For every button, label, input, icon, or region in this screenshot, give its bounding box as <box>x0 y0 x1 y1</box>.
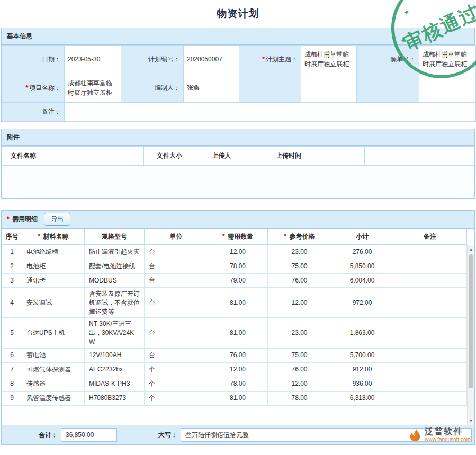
flame-icon <box>408 427 422 441</box>
remark-value <box>65 103 476 122</box>
detail-cell-unit: 台 <box>145 259 208 274</box>
detail-cell-price: 23.00 <box>268 318 331 348</box>
detail-cell-spec: MIDAS-K-PH3 <box>85 377 145 391</box>
detail-cell-subtotal: 276.00 <box>331 245 393 259</box>
detail-header-bar: * 需用明细 导出 <box>2 211 474 229</box>
attachments-panel: 附件 文件名称 文件大小 上传人 上传时间 <box>1 129 475 199</box>
basic-info-panel: 基本信息 日期： 2023-05-30 计划编号： 2020050007 *计划… <box>1 28 475 122</box>
attachment-col-empty <box>365 147 419 166</box>
creator-value: 张鑫 <box>184 74 239 103</box>
detail-cell-unit: 个 <box>145 377 208 391</box>
attachments-header-row: 文件名称 文件大小 上传人 上传时间 <box>2 147 474 166</box>
detail-cell-spec: 配套/电池连接线 <box>85 259 145 274</box>
detail-cell-unit: 台 <box>145 245 208 259</box>
project-value: 成都杜甫草堂临时展厅独立展柜 <box>65 74 121 103</box>
detail-cell-qty: 78.00 <box>208 377 268 391</box>
scroll-thumb[interactable] <box>469 254 473 388</box>
required-marker: * <box>25 84 28 92</box>
col-header-remark: 备注 <box>393 229 467 245</box>
col-header-qty: * 需用数量 <box>208 229 268 245</box>
subject-label: *计划主题： <box>239 46 301 74</box>
attachment-col-uploadtime: 上传时间 <box>248 147 329 166</box>
detail-cell-unit: 个 <box>145 391 208 405</box>
detail-cell-spec: MODBUS <box>85 274 145 288</box>
detail-cell-subtotal: 5,700.00 <box>331 348 393 362</box>
detail-cell-name: 蓄电池 <box>22 348 85 362</box>
detail-cell-price: 12.00 <box>268 377 331 391</box>
detail-cell-no: 5 <box>2 318 22 348</box>
detail-cell-unit: 台 <box>145 318 208 348</box>
required-marker: * <box>262 56 265 63</box>
source-label: 源单号： <box>357 46 419 74</box>
detail-cell-no: 8 <box>2 377 22 391</box>
remark-label: 备注： <box>2 103 65 122</box>
detail-footer: 合计： 36,850.00 大写： 叁万陆仟捌佰伍拾元整 泛普软件 www.fa… <box>2 425 474 444</box>
col-header-no: 序号 <box>2 229 22 245</box>
export-button[interactable]: 导出 <box>44 213 70 226</box>
detail-cell-no: 4 <box>2 288 22 318</box>
detail-panel: * 需用明细 导出 序号 * 材料名称 规格型号 单位 * 需用数量 * 参考价… <box>1 210 475 445</box>
detail-cell-remark <box>393 362 467 377</box>
detail-cell-no: 9 <box>2 391 22 405</box>
section-title-attachments: 附件 <box>2 129 474 146</box>
detail-cell-name: 电池绝缘槽 <box>22 245 85 259</box>
detail-cell-remark <box>393 377 467 391</box>
detail-cell-spec: 防止漏液引起火灾 <box>85 245 145 259</box>
attachments-empty-body <box>2 166 474 198</box>
detail-cell-subtotal: 5,850.00 <box>331 259 393 274</box>
detail-cell-subtotal: 972.00 <box>331 288 393 318</box>
detail-cell-name: 风管温度传感器 <box>22 391 85 405</box>
section-title-detail: * 需用明细 <box>7 215 38 224</box>
detail-cell-name: 传感器 <box>22 377 85 391</box>
source-value: 成都杜甫草堂临时展厅独立展柜 <box>419 46 476 74</box>
detail-cell-subtotal: 6,318.00 <box>331 391 393 405</box>
required-marker: * <box>7 215 10 223</box>
detail-cell-no: 3 <box>2 274 22 288</box>
page: ★ ★ ★ ★ ★ 审核通过 物资计划 基本信息 日期： 2023-05-30 … <box>0 0 476 455</box>
detail-cell-name: 电池柜 <box>22 259 85 274</box>
basic-info-row: 备注： <box>2 103 476 122</box>
detail-scrollbar[interactable]: ▲ ▼ <box>467 245 474 425</box>
detail-cell-spec: AEC2232bx <box>85 362 145 377</box>
scroll-down-button[interactable]: ▼ <box>468 416 474 425</box>
date-value: 2023-05-30 <box>65 46 121 74</box>
basic-info-table: 日期： 2023-05-30 计划编号： 2020050007 *计划主题： 成… <box>2 45 476 122</box>
empty-label-cell <box>357 74 419 103</box>
scroll-up-button[interactable]: ▲ <box>468 245 474 253</box>
brand-text-block: 泛普软件 www.fanpusoft.com <box>425 427 471 442</box>
detail-cell-spec: NT-30K/三进三出，30KVA/24KW <box>85 318 145 348</box>
col-header-subtotal: 小计 <box>331 229 393 245</box>
plan-no-value: 2020050007 <box>184 46 239 74</box>
basic-info-row: 日期： 2023-05-30 计划编号： 2020050007 *计划主题： 成… <box>2 46 476 74</box>
detail-cell-price: 76.00 <box>268 274 331 288</box>
detail-row: 3通讯卡MODBUS台79.0076.006,004.00 <box>2 274 467 288</box>
detail-cell-spec: 12V/100AH <box>85 348 145 362</box>
detail-cell-price: 75.00 <box>268 259 331 274</box>
detail-cell-qty: 81.00 <box>208 318 268 348</box>
scroll-track[interactable] <box>468 253 474 416</box>
plan-no-label: 计划编号： <box>121 46 184 74</box>
col-header-price: * 参考价格 <box>268 229 331 245</box>
required-marker: * <box>222 233 225 240</box>
date-label: 日期： <box>2 46 65 74</box>
fanpu-logo: 泛普软件 www.fanpusoft.com <box>408 427 471 442</box>
detail-cell-qty: 12.00 <box>208 362 268 377</box>
detail-cell-qty: 76.00 <box>208 348 268 362</box>
detail-cell-subtotal: 1,863.00 <box>331 318 393 348</box>
empty-label-cell <box>239 74 301 103</box>
detail-cell-remark <box>393 318 467 348</box>
attachment-col-empty <box>419 147 474 166</box>
detail-cell-unit: 台 <box>145 274 208 288</box>
attachment-col-filesize: 文件大小 <box>144 147 195 166</box>
detail-cell-unit: 台 <box>145 348 208 362</box>
detail-row: 5台达UPS主机NT-30K/三进三出，30KVA/24KW台81.0023.0… <box>2 318 467 348</box>
attachments-table: 文件名称 文件大小 上传人 上传时间 <box>2 146 474 166</box>
detail-row: 9风管温度传感器H7080B3273个81.0078.006,318.00 <box>2 391 467 405</box>
creator-label: 编制人： <box>121 74 184 103</box>
detail-table: 序号 * 材料名称 规格型号 单位 * 需用数量 * 参考价格 小计 备注 1电… <box>2 229 467 406</box>
detail-cell-price: 23.00 <box>268 245 331 259</box>
detail-header-row: 序号 * 材料名称 规格型号 单位 * 需用数量 * 参考价格 小计 备注 <box>2 229 467 245</box>
detail-cell-price: 76.00 <box>268 362 331 377</box>
brand-name: 泛普软件 <box>425 427 471 436</box>
project-label: *项目名称： <box>2 74 65 103</box>
